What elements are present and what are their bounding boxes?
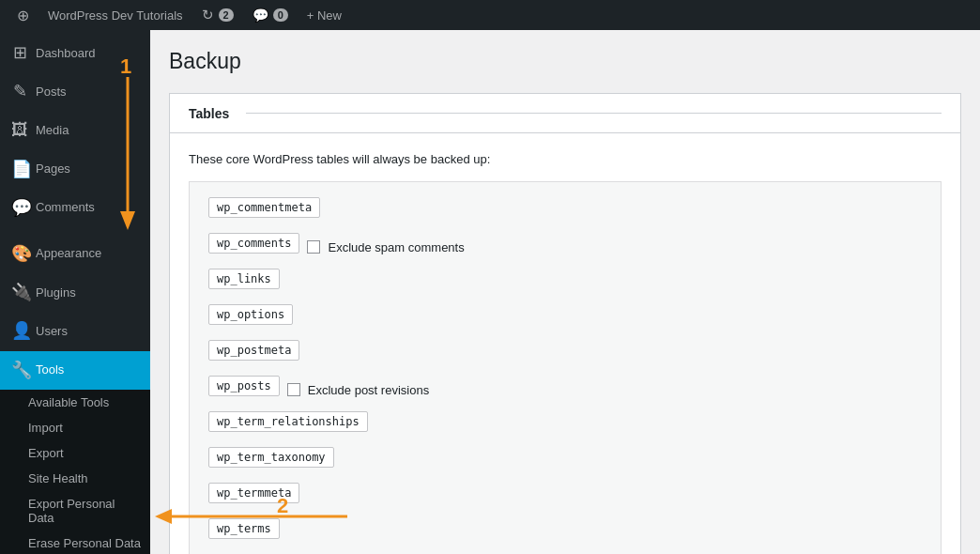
erase-personal-label: Erase Personal Data	[28, 536, 141, 550]
posts-icon: ✎	[11, 80, 28, 103]
appearance-label: Appearance	[36, 245, 101, 262]
site-health-label: Site Health	[28, 471, 88, 485]
table-name-tag: wp_links	[208, 269, 280, 289]
sidebar-item-export[interactable]: Export	[0, 440, 150, 466]
exclude-label: Exclude post revisions	[308, 383, 429, 397]
comments-label: Comments	[36, 199, 95, 216]
tools-icon: 🔧	[11, 359, 28, 382]
page-title: Backup	[169, 49, 961, 74]
updates-icon: ↻	[202, 7, 214, 23]
new-label: + New	[307, 8, 342, 23]
table-name-tag: wp_terms	[208, 518, 280, 539]
exclude-checkbox[interactable]	[307, 240, 320, 254]
sidebar-item-media[interactable]: 🖼 Media	[0, 111, 150, 149]
wp-icon: ⊕	[17, 7, 29, 24]
table-name-tag: wp_term_relationships	[208, 411, 368, 432]
table-row: wp_term_relationships	[208, 411, 922, 439]
sidebar-item-comments[interactable]: 💬 Comments	[0, 189, 150, 227]
users-label: Users	[36, 323, 68, 340]
available-tools-label: Available Tools	[28, 395, 109, 409]
exclude-checkbox[interactable]	[287, 383, 300, 396]
export-label: Export	[28, 446, 64, 460]
exclude-label: Exclude spam comments	[328, 240, 464, 254]
table-name-tag: wp_posts	[208, 376, 280, 396]
tables-header-line	[246, 113, 942, 114]
table-row: wp_links	[208, 269, 922, 297]
sidebar-item-import[interactable]: Import	[0, 415, 150, 440]
posts-label: Posts	[36, 84, 67, 100]
table-row: wp_commentsExclude spam comments	[208, 233, 922, 261]
sidebar-item-export-personal[interactable]: Export Personal Data	[0, 491, 150, 531]
adminbar-home[interactable]: ⊕	[8, 0, 38, 30]
sidebar-item-pages[interactable]: 📄 Pages	[0, 150, 150, 189]
sidebar-item-available-tools[interactable]: Available Tools	[0, 390, 150, 415]
comments-count: 0	[273, 8, 288, 22]
adminbar-updates[interactable]: ↻ 2	[192, 0, 243, 30]
table-name-tag: wp_options	[208, 304, 293, 325]
table-name-tag: wp_comments	[208, 233, 299, 254]
table-name-tag: wp_commentmeta	[208, 197, 320, 218]
appearance-icon: 🎨	[11, 242, 28, 266]
sidebar-item-users[interactable]: 👤 Users	[0, 312, 150, 350]
updates-count: 2	[219, 8, 234, 22]
comments-icon: 💬	[253, 8, 268, 23]
dashboard-icon: ⊞	[11, 41, 28, 65]
plugins-label: Plugins	[36, 285, 76, 301]
sidebar-item-dashboard[interactable]: ⊞ Dashboard	[0, 34, 150, 72]
table-row: wp_postmeta	[208, 340, 922, 368]
adminbar-site-name[interactable]: WordPress Dev Tutorials	[38, 0, 192, 30]
tables-description: These core WordPress tables will always …	[189, 152, 942, 166]
table-row: wp_postsExclude post revisions	[208, 376, 922, 404]
adminbar-comments[interactable]: 💬 0	[243, 0, 298, 30]
sidebar: ⊞ Dashboard ✎ Posts 🖼 Media 📄 Pages 💬 Co…	[0, 30, 150, 554]
media-label: Media	[36, 122, 69, 139]
pages-label: Pages	[36, 161, 70, 177]
table-row: wp_terms	[208, 518, 922, 546]
sidebar-item-posts[interactable]: ✎ Posts	[0, 72, 150, 111]
tables-header: Tables	[170, 94, 960, 133]
admin-bar: ⊕ WordPress Dev Tutorials ↻ 2 💬 0 + New	[0, 0, 980, 30]
import-label: Import	[28, 421, 63, 435]
comments-icon: 💬	[11, 196, 28, 220]
site-name-label: WordPress Dev Tutorials	[48, 8, 183, 23]
users-icon: 👤	[11, 319, 28, 343]
sidebar-section-main: ⊞ Dashboard ✎ Posts 🖼 Media 📄 Pages 💬 Co…	[0, 30, 150, 231]
sidebar-item-plugins[interactable]: 🔌 Plugins	[0, 273, 150, 312]
dashboard-label: Dashboard	[36, 45, 96, 62]
sidebar-submenu-tools: Available Tools Import Export Site Healt…	[0, 390, 150, 554]
table-name-tag: wp_postmeta	[208, 340, 299, 361]
plugins-icon: 🔌	[11, 281, 28, 304]
media-icon: 🖼	[11, 118, 28, 142]
table-row: wp_term_taxonomy	[208, 447, 922, 475]
table-row: wp_commentmeta	[208, 197, 922, 225]
table-name-tag: wp_term_taxonomy	[208, 447, 334, 468]
tables-box: Tables These core WordPress tables will …	[169, 93, 961, 554]
pages-icon: 📄	[11, 158, 28, 181]
main-content: Backup Tables These core WordPress table…	[150, 30, 980, 554]
table-row: wp_termmeta	[208, 483, 922, 511]
sidebar-item-tools[interactable]: 🔧 Tools	[0, 351, 150, 390]
sidebar-section-appearance: 🎨 Appearance 🔌 Plugins 👤 Users 🔧 Tools A…	[0, 231, 150, 554]
sidebar-item-appearance[interactable]: 🎨 Appearance	[0, 235, 150, 273]
table-row: wp_options	[208, 304, 922, 332]
table-name-tag: wp_termmeta	[208, 483, 299, 503]
sidebar-item-erase-personal[interactable]: Erase Personal Data	[0, 531, 150, 554]
export-personal-label: Export Personal Data	[28, 497, 115, 525]
main-layout: ⊞ Dashboard ✎ Posts 🖼 Media 📄 Pages 💬 Co…	[0, 30, 980, 554]
tables-inner: wp_commentmetawp_commentsExclude spam co…	[189, 181, 942, 554]
adminbar-new[interactable]: + New	[298, 0, 351, 30]
sidebar-item-site-health[interactable]: Site Health	[0, 466, 150, 491]
tools-label: Tools	[36, 362, 64, 378]
tables-content: These core WordPress tables will always …	[170, 133, 960, 554]
tables-header-label: Tables	[189, 106, 238, 121]
